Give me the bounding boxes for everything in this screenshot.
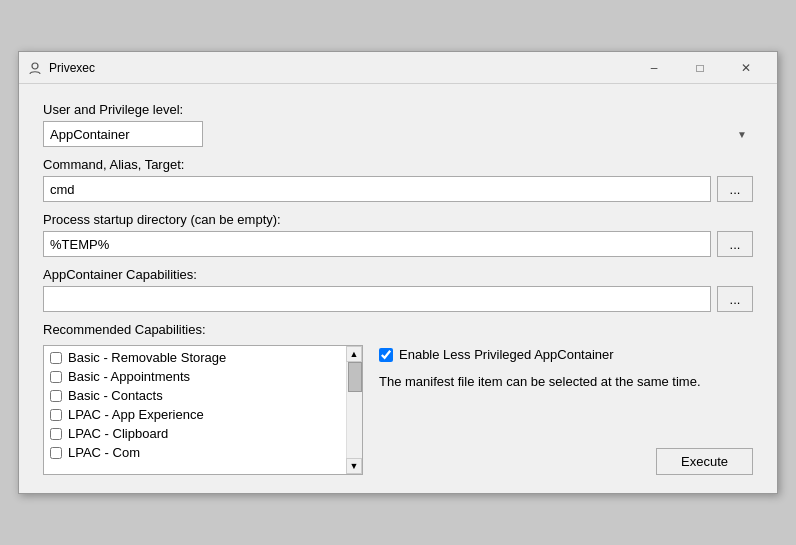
item-checkbox-5[interactable] [50, 447, 62, 459]
recommended-label: Recommended Capabilities: [43, 322, 753, 337]
form-content: User and Privilege level: AppContainer A… [19, 84, 777, 493]
list-item-label: Basic - Appointments [68, 369, 190, 384]
capabilities-section: AppContainer Capabilities: ... [43, 267, 753, 312]
list-item-label: Basic - Removable Storage [68, 350, 226, 365]
scrollbar-thumb[interactable] [348, 362, 362, 392]
scroll-down-arrow[interactable]: ▼ [346, 458, 362, 474]
privilege-section: User and Privilege level: AppContainer A… [43, 102, 753, 147]
right-panel: Enable Less Privileged AppContainer The … [379, 345, 753, 475]
list-item[interactable]: LPAC - App Experience [44, 405, 346, 424]
command-input[interactable] [43, 176, 711, 202]
privilege-select[interactable]: AppContainer Administrator System Untrus… [43, 121, 203, 147]
svg-point-0 [32, 63, 38, 69]
execute-button[interactable]: Execute [656, 448, 753, 475]
startup-input[interactable] [43, 231, 711, 257]
command-section: Command, Alias, Target: ... [43, 157, 753, 202]
enable-lpac-row: Enable Less Privileged AppContainer [379, 347, 753, 362]
main-window: Privexec – □ ✕ User and Privilege level:… [18, 51, 778, 494]
close-button[interactable]: ✕ [723, 52, 769, 84]
info-text: The manifest file item can be selected a… [379, 372, 753, 392]
item-checkbox-1[interactable] [50, 371, 62, 383]
title-bar: Privexec – □ ✕ [19, 52, 777, 84]
enable-lpac-checkbox[interactable] [379, 348, 393, 362]
list-item-label: LPAC - Clipboard [68, 426, 168, 441]
startup-section: Process startup directory (can be empty)… [43, 212, 753, 257]
window-controls: – □ ✕ [631, 52, 769, 84]
capabilities-label: AppContainer Capabilities: [43, 267, 753, 282]
list-item[interactable]: LPAC - Clipboard [44, 424, 346, 443]
item-checkbox-3[interactable] [50, 409, 62, 421]
list-item[interactable]: Basic - Contacts [44, 386, 346, 405]
maximize-button[interactable]: □ [677, 52, 723, 84]
scroll-up-arrow[interactable]: ▲ [346, 346, 362, 362]
command-label: Command, Alias, Target: [43, 157, 753, 172]
item-checkbox-0[interactable] [50, 352, 62, 364]
recommended-section: Recommended Capabilities: Basic - Remova… [43, 322, 753, 475]
item-checkbox-4[interactable] [50, 428, 62, 440]
capabilities-input[interactable] [43, 286, 711, 312]
app-icon [27, 60, 43, 76]
list-item[interactable]: Basic - Removable Storage [44, 348, 346, 367]
item-checkbox-2[interactable] [50, 390, 62, 402]
chevron-down-icon: ▼ [737, 129, 747, 140]
startup-label: Process startup directory (can be empty)… [43, 212, 753, 227]
list-item-label: LPAC - App Experience [68, 407, 204, 422]
scrollbar-track: ▲ ▼ [346, 346, 362, 474]
list-item[interactable]: LPAC - Com [44, 443, 346, 462]
capabilities-listbox[interactable]: Basic - Removable Storage Basic - Appoin… [44, 346, 346, 474]
command-browse-button[interactable]: ... [717, 176, 753, 202]
enable-lpac-label: Enable Less Privileged AppContainer [399, 347, 614, 362]
startup-browse-button[interactable]: ... [717, 231, 753, 257]
capabilities-area: Basic - Removable Storage Basic - Appoin… [43, 345, 753, 475]
capabilities-listbox-wrap: Basic - Removable Storage Basic - Appoin… [43, 345, 363, 475]
capabilities-browse-button[interactable]: ... [717, 286, 753, 312]
privilege-label: User and Privilege level: [43, 102, 753, 117]
list-item-label: LPAC - Com [68, 445, 140, 460]
capabilities-row: ... [43, 286, 753, 312]
minimize-button[interactable]: – [631, 52, 677, 84]
command-row: ... [43, 176, 753, 202]
list-item-label: Basic - Contacts [68, 388, 163, 403]
list-item[interactable]: Basic - Appointments [44, 367, 346, 386]
window-title: Privexec [49, 61, 631, 75]
startup-row: ... [43, 231, 753, 257]
privilege-select-wrap: AppContainer Administrator System Untrus… [43, 121, 753, 147]
